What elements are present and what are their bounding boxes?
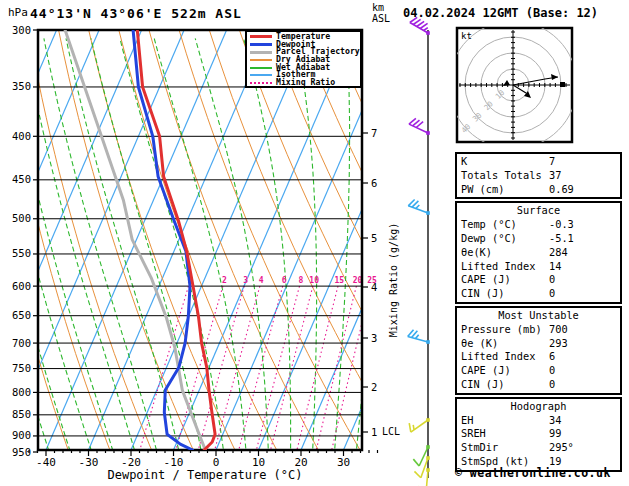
- mixing-ratio-labels: 12346810152025: [188, 276, 378, 285]
- row-value: 0: [549, 287, 616, 301]
- pressure-tick-labels: 3003504004505005506006507007508008509009…: [12, 24, 38, 458]
- row-value: 0: [549, 364, 616, 378]
- table-row: SREH99: [461, 427, 616, 441]
- row-label: θe (K): [461, 337, 549, 351]
- legend-item-mixing_ratio: Mixing Ratio: [250, 79, 360, 87]
- row-label: CIN (J): [461, 287, 549, 301]
- table-row: θe (K)293: [461, 337, 616, 351]
- wind-barb: [413, 445, 429, 466]
- sounding-page: 1234681015202530035040045050055060065070…: [0, 0, 629, 486]
- row-value: 7: [549, 155, 616, 169]
- svg-text:10: 10: [309, 276, 319, 285]
- table-row: StmDir295°: [461, 441, 616, 455]
- dewpoint-line-swatch: [250, 43, 272, 46]
- table-row: Temp (°C)-0.3: [461, 218, 616, 232]
- mixing_ratio-line-swatch: [250, 82, 272, 84]
- row-value: 284: [549, 246, 616, 260]
- table-row: Totals Totals37: [461, 169, 616, 183]
- row-value: -0.3: [549, 218, 616, 232]
- svg-text:850: 850: [12, 408, 31, 420]
- table-row: CIN (J)0: [461, 378, 616, 392]
- altitude-unit-label: kmASL: [372, 2, 390, 24]
- row-value: 0.69: [549, 183, 616, 197]
- table-row: Pressure (mb)700: [461, 323, 616, 337]
- table-row: CAPE (J)0: [461, 364, 616, 378]
- svg-text:500: 500: [12, 212, 31, 224]
- table-row: Lifted Index14: [461, 260, 616, 274]
- datetime-title: 04.02.2024 12GMT (Base: 12): [403, 6, 598, 20]
- isotherm-line-swatch: [250, 74, 272, 76]
- stats-table-hodograph: HodographEH34SREH99StmDir295°StmSpd (kt)…: [455, 397, 622, 472]
- table-row: CAPE (J)0: [461, 273, 616, 287]
- table-title: Hodograph: [461, 400, 616, 414]
- row-label: Dewp (°C): [461, 232, 549, 246]
- altitude-unit-line: km: [372, 2, 390, 13]
- lcl-label: LCL: [382, 426, 400, 437]
- row-value: 295°: [549, 441, 616, 455]
- table-title: Most Unstable: [461, 309, 616, 323]
- svg-text:300: 300: [12, 24, 31, 36]
- parcel-line-swatch: [250, 51, 272, 54]
- row-label: θe(K): [461, 246, 549, 260]
- wind-barb: [409, 418, 430, 432]
- svg-text:2: 2: [222, 276, 227, 285]
- row-value: 99: [549, 427, 616, 441]
- altitude-unit-line: ASL: [372, 13, 390, 24]
- table-row: PW (cm)0.69: [461, 183, 616, 197]
- hodograph-unit-label: kt: [461, 31, 472, 41]
- wind-barb: [408, 199, 430, 214]
- svg-text:4: 4: [259, 276, 264, 285]
- dry_adiabat-line-swatch: [250, 59, 272, 61]
- temp-tick-labels: -40-30-20-100102030: [29, 450, 378, 469]
- svg-text:400: 400: [12, 130, 31, 142]
- svg-text:3: 3: [243, 276, 248, 285]
- svg-text:600: 600: [12, 280, 31, 292]
- row-label: CAPE (J): [461, 364, 549, 378]
- row-label: EH: [461, 414, 549, 428]
- svg-text:1: 1: [371, 426, 377, 438]
- svg-text:2: 2: [371, 381, 377, 393]
- svg-text:350: 350: [12, 80, 31, 92]
- row-label: Lifted Index: [461, 260, 549, 274]
- stats-table-most-unstable: Most UnstablePressure (mb)700θe (K)293Li…: [455, 306, 622, 395]
- row-label: CAPE (J): [461, 273, 549, 287]
- row-label: Temp (°C): [461, 218, 549, 232]
- stats-table-indices: K7Totals Totals37PW (cm)0.69: [455, 152, 622, 199]
- stats-table-surface: SurfaceTemp (°C)-0.3Dewp (°C)-5.1θe(K)28…: [455, 201, 622, 304]
- row-label: StmDir: [461, 441, 549, 455]
- table-row: K7: [461, 155, 616, 169]
- row-value: 37: [549, 169, 616, 183]
- wind-barb: [409, 118, 430, 134]
- row-value: 293: [549, 337, 616, 351]
- row-value: 34: [549, 414, 616, 428]
- row-label: K: [461, 155, 549, 169]
- row-label: PW (cm): [461, 183, 549, 197]
- row-value: -5.1: [549, 232, 616, 246]
- table-row: θe(K)284: [461, 246, 616, 260]
- table-row: Lifted Index6: [461, 350, 616, 364]
- row-value: 700: [549, 323, 616, 337]
- svg-text:3: 3: [371, 332, 377, 344]
- table-title: Surface: [461, 204, 616, 218]
- row-value: 0: [549, 273, 616, 287]
- legend-label: Mixing Ratio: [276, 79, 335, 87]
- svg-text:5: 5: [371, 232, 377, 244]
- stats-tables: K7Totals Totals37PW (cm)0.69SurfaceTemp …: [455, 152, 622, 474]
- temperature-line-swatch: [250, 35, 272, 38]
- table-row: EH34: [461, 414, 616, 428]
- svg-text:450: 450: [12, 173, 31, 185]
- legend-box: TemperatureDewpointParcel TrajectoryDry …: [245, 30, 362, 88]
- svg-text:6: 6: [282, 276, 287, 285]
- row-value: 0: [549, 378, 616, 392]
- row-value: 6: [549, 350, 616, 364]
- svg-text:550: 550: [12, 247, 31, 259]
- credit-footer: © weatheronline.co.uk: [455, 466, 611, 480]
- x-axis-label: Dewpoint / Temperature (°C): [40, 468, 370, 482]
- svg-text:8: 8: [298, 276, 303, 285]
- svg-text:800: 800: [12, 386, 31, 398]
- svg-text:650: 650: [12, 309, 31, 321]
- wind-barb-column: [408, 17, 430, 486]
- svg-text:750: 750: [12, 362, 31, 374]
- svg-text:4: 4: [371, 281, 377, 293]
- svg-text:15: 15: [334, 276, 344, 285]
